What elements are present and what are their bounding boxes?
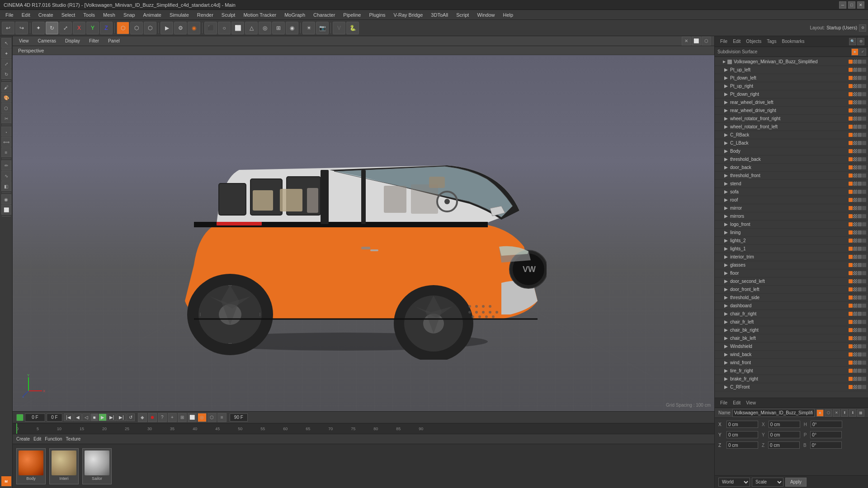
tool-rotate[interactable]: ↻ [46,22,58,34]
name-field-input[interactable] [732,409,815,417]
face-mode[interactable]: ⬡ [144,22,156,34]
play-back-button[interactable]: ◁ [82,413,90,421]
end-frame-input[interactable] [230,413,248,422]
br-icon-5[interactable]: ⬇ [849,409,856,417]
rp-settings-icon[interactable]: ⚙ [857,38,864,45]
z-size-input[interactable] [768,441,800,449]
tree-item-27[interactable]: door_second_left [715,277,868,286]
rp-bookmarks-btn[interactable]: Bookmarks [780,38,806,45]
tree-item-5[interactable]: rear_wheel_drive_left [715,99,868,107]
x-size-input[interactable] [769,421,800,428]
x-pos-input[interactable] [726,421,758,428]
play-button[interactable]: ▶ [99,413,107,421]
tree-item-37[interactable]: wind_front [715,359,868,367]
br-view-btn[interactable]: View [744,399,758,406]
timeline-icon-2[interactable]: ⊞ [178,413,187,422]
add-light[interactable]: ☀ [302,22,315,34]
tool-brush[interactable]: 🖌 [1,82,11,92]
timeline-icon-6[interactable]: ≡ [217,413,226,422]
tree-item-0[interactable]: ▶Volkswagen_Minivan_ID_Buzz_Simplified [715,58,868,66]
tool-material[interactable]: ◉ [1,194,11,204]
add-torus[interactable]: ◎ [259,22,271,34]
materials-edit-label[interactable]: Edit [33,436,41,441]
menu-item-select[interactable]: Select [58,11,79,19]
menu-item-help[interactable]: Help [500,11,517,19]
tool-move2[interactable]: ✦ [1,48,11,58]
materials-create-label[interactable]: Create [16,436,30,441]
current-time-input[interactable] [25,413,45,422]
material-sailor[interactable]: Sailor [82,448,112,484]
materials-function-label[interactable]: Function [45,436,62,441]
tree-item-17[interactable]: roof [715,196,868,204]
add-sphere[interactable]: ○ [218,22,231,34]
menu-item-script[interactable]: Script [453,11,472,19]
tree-item-11[interactable]: Body [715,147,868,155]
tree-item-12[interactable]: threshold_back [715,155,868,164]
tool-z[interactable]: Z [100,22,113,34]
tree-item-33[interactable]: chair_bk_right [715,326,868,334]
tree-item-1[interactable]: Pt_up_left [715,66,868,74]
br-file-btn[interactable]: File [718,399,729,406]
tree-item-2[interactable]: Pt_down_left [715,74,868,82]
viewport-tab-view[interactable]: View [16,38,32,44]
close-button[interactable]: ✕ [857,1,864,9]
menu-item-create[interactable]: Create [35,11,57,19]
keyframe-icon[interactable]: ◆ [138,413,147,422]
tool-select[interactable]: ↖ [1,38,11,48]
tree-item-31[interactable]: chair_fr_right [715,310,868,318]
tree-item-14[interactable]: threshold_front [715,172,868,180]
tree-item-29[interactable]: threshold_side [715,294,868,302]
auto-key[interactable]: ? [158,413,167,422]
tree-item-13[interactable]: door_back [715,164,868,172]
timeline-ruler[interactable]: 0 5 10 15 20 25 30 35 40 45 50 55 60 65 … [13,423,714,434]
menu-item-edit[interactable]: Edit [18,11,34,19]
tree-item-36[interactable]: wind_back [715,351,868,359]
menu-item-file[interactable]: File [2,11,17,19]
z-pos-input[interactable] [726,441,758,449]
timeline-icon-5[interactable]: ⬡ [208,413,217,422]
tool-rotate2[interactable]: ↻ [1,69,11,79]
x-rot-input[interactable] [811,421,842,428]
tree-item-39[interactable]: brake_fr_right [715,375,868,383]
tree-item-32[interactable]: chair_fr_left [715,318,868,326]
br-icon-2[interactable]: ⬡ [825,409,832,417]
tree-item-35[interactable]: Windshield [715,343,868,351]
tree-item-22[interactable]: lights_2 [715,237,868,245]
viewport-canvas[interactable]: VW [13,55,714,411]
tool-align[interactable]: ≡ [1,147,11,157]
add-cube[interactable]: ⬛ [204,22,217,34]
tool-spline[interactable]: ∿ [1,171,11,181]
viewport-tab-panel[interactable]: Panel [105,38,123,44]
vray-icon[interactable]: V [333,22,345,34]
material-interior[interactable]: Interi [49,448,79,484]
menu-item-motion-tracker[interactable]: Motion Tracker [240,11,280,19]
material-body[interactable]: Body [16,448,46,484]
z-rot-input[interactable] [810,441,842,449]
menu-item-v-ray-bridge[interactable]: V-Ray Bridge [390,11,427,19]
menu-item-mograph[interactable]: MoGraph [281,11,309,19]
menu-item-snap[interactable]: Snap [120,11,139,19]
menu-item-mesh[interactable]: Mesh [99,11,119,19]
viewport-tab-filter[interactable]: Filter [86,38,102,44]
menu-item-sculpt[interactable]: Sculpt [218,11,239,19]
menu-item-plugins[interactable]: Plugins [365,11,389,19]
python-icon[interactable]: 🐍 [346,22,359,34]
viewport-icon-2[interactable]: ⬜ [692,37,701,46]
stop-button[interactable]: ■ [91,413,98,421]
world-select[interactable]: World [718,478,750,487]
go-end-button[interactable]: ▶| [117,413,126,421]
tree-item-20[interactable]: logo_front [715,221,868,229]
y-rot-input[interactable] [810,431,842,438]
tree-item-38[interactable]: tire_fr_right [715,367,868,375]
tool-move[interactable]: ✦ [32,22,45,34]
tree-item-10[interactable]: C_LBack [715,139,868,147]
scale-select[interactable]: Scale [752,478,783,487]
menu-item-character[interactable]: Character [310,11,339,19]
tree-item-7[interactable]: wheel_rotator_front_right [715,115,868,123]
add-cylinder[interactable]: ⬜ [231,22,244,34]
tool-scale[interactable]: ⤢ [59,22,72,34]
tool-mirror[interactable]: ⟺ [1,137,11,147]
br-icon-3[interactable]: ✕ [833,409,840,417]
viewport-icon-3[interactable]: ⬡ [702,37,711,46]
rp-tags-btn[interactable]: Tags [765,38,778,45]
